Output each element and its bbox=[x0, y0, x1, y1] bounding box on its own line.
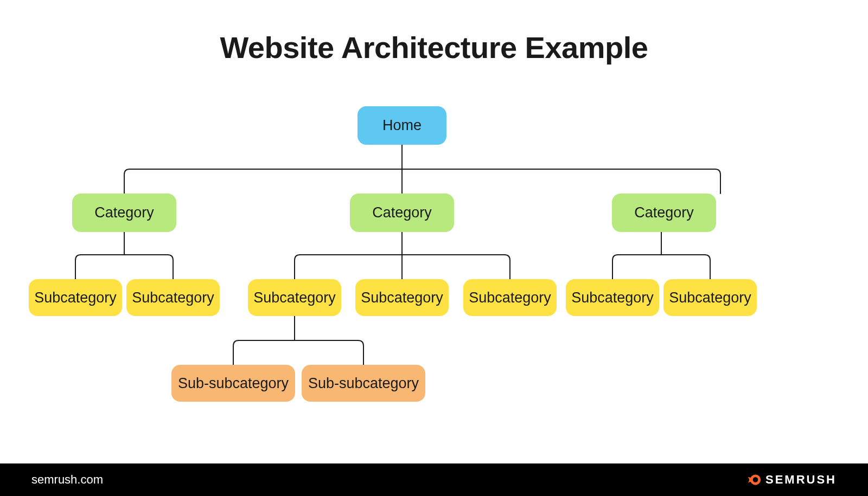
node-subcategory-7-label: Subcategory bbox=[669, 289, 751, 306]
node-category-1: Category bbox=[72, 194, 176, 232]
page-title: Website Architecture Example bbox=[0, 30, 868, 65]
node-subcategory-6: Subcategory bbox=[566, 279, 659, 316]
diagram-canvas: Website Architecture Example bbox=[0, 0, 868, 496]
node-subcategory-4-label: Subcategory bbox=[361, 289, 443, 306]
node-subsubcategory-1: Sub-subcategory bbox=[171, 365, 295, 402]
node-subsubcategory-1-label: Sub-subcategory bbox=[178, 375, 289, 392]
node-subcategory-6-label: Subcategory bbox=[571, 289, 654, 306]
node-subcategory-3: Subcategory bbox=[248, 279, 341, 316]
node-subcategory-5-label: Subcategory bbox=[469, 289, 551, 306]
node-subcategory-2: Subcategory bbox=[126, 279, 220, 316]
node-subsubcategory-2: Sub-subcategory bbox=[302, 365, 425, 402]
node-subcategory-4: Subcategory bbox=[355, 279, 449, 316]
node-subcategory-3-label: Subcategory bbox=[253, 289, 336, 306]
node-category-3-label: Category bbox=[634, 204, 694, 221]
footer-brand: SEMRUSH bbox=[746, 472, 837, 487]
flame-icon bbox=[746, 472, 761, 487]
node-category-2-label: Category bbox=[372, 204, 432, 221]
node-category-3: Category bbox=[612, 194, 716, 232]
node-home-label: Home bbox=[382, 117, 422, 134]
footer-bar: semrush.com SEMRUSH bbox=[0, 463, 868, 496]
node-subcategory-7: Subcategory bbox=[663, 279, 757, 316]
node-subcategory-2-label: Subcategory bbox=[132, 289, 214, 306]
footer-brand-text: SEMRUSH bbox=[765, 473, 837, 487]
node-subsubcategory-2-label: Sub-subcategory bbox=[308, 375, 419, 392]
svg-point-1 bbox=[753, 477, 758, 482]
node-home: Home bbox=[358, 106, 446, 145]
node-subcategory-5: Subcategory bbox=[463, 279, 557, 316]
node-subcategory-1-label: Subcategory bbox=[34, 289, 117, 306]
footer-site: semrush.com bbox=[31, 473, 103, 487]
connectors bbox=[0, 0, 868, 496]
node-subcategory-1: Subcategory bbox=[29, 279, 122, 316]
node-category-2: Category bbox=[350, 194, 454, 232]
node-category-1-label: Category bbox=[94, 204, 154, 221]
